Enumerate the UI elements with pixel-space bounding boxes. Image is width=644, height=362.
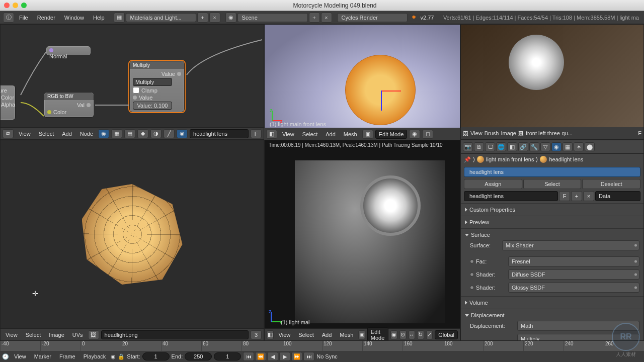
node-material-field[interactable]: headlight lens [190, 129, 249, 138]
tab-world-icon[interactable]: 🌐 [496, 142, 506, 151]
tab-texture-icon[interactable]: ▦ [562, 142, 573, 151]
node-shader-obj-icon[interactable]: ◆ [137, 129, 148, 138]
material-name-field[interactable]: headlight lens [464, 191, 558, 201]
3d-viewport-render[interactable]: Time:00:08.19 | Mem:1460.13M, Peak:1460.… [264, 140, 460, 341]
crumb-material[interactable]: headlight lens [549, 156, 583, 162]
vp1-menu-view[interactable]: View [279, 130, 297, 138]
imgref-menu-brush[interactable]: Brush [485, 130, 499, 136]
timeline[interactable]: -40 -20 0 20 40 60 80 100 120 140 160 18… [0, 341, 644, 362]
node-rgb2bw-val[interactable]: Val [77, 102, 85, 108]
tl-play-rev-icon[interactable]: ◀ [267, 352, 278, 361]
node-rgb2bw-title[interactable]: RGB to BW [44, 93, 94, 100]
tl-jump-end-icon[interactable]: ⏭ [303, 352, 314, 361]
crumb-object[interactable]: light main front lens [486, 156, 534, 162]
timeline-ruler[interactable]: -40 -20 0 20 40 60 80 100 120 140 160 18… [0, 341, 644, 351]
shader2-value[interactable]: Glossy BSDF [508, 283, 639, 293]
disp-extra-value[interactable]: Multiply [517, 334, 639, 341]
tab-physics-icon[interactable]: ⬤ [585, 142, 595, 151]
node-menu-select[interactable]: Select [36, 130, 57, 138]
node-tree-tex-icon[interactable]: ▤ [124, 129, 135, 138]
screen-layout-dropdown[interactable]: Materials and Light... [126, 13, 196, 22]
tab-object-icon[interactable]: ◧ [507, 142, 517, 151]
menu-render[interactable]: Render [33, 13, 59, 22]
vp2-orientation-dropdown[interactable]: Global [435, 330, 458, 339]
uv-image-icon[interactable]: 🖼 [88, 330, 99, 339]
imgref-name-field[interactable]: front left three-qu... [526, 130, 636, 136]
tl-end-field[interactable]: 250 [185, 352, 212, 360]
vp1-limit-icon[interactable]: ◻ [422, 130, 433, 139]
node-mat-sphere-icon[interactable]: ◉ [177, 129, 188, 138]
vp1-mode-icon[interactable]: ▣ [362, 130, 373, 139]
tl-next-key-icon[interactable]: ⏩ [291, 352, 302, 361]
tab-render-icon[interactable]: 📷 [463, 142, 473, 151]
disp-value[interactable]: Math [517, 321, 639, 331]
tl-play-icon[interactable]: ▶ [279, 352, 290, 361]
node-shader-world-icon[interactable]: ◑ [150, 129, 162, 138]
vp2-mode-dropdown[interactable]: Edit Mode [367, 327, 389, 341]
node-rgb2bw-color[interactable]: Color [53, 109, 66, 115]
assign-button[interactable]: Assign [464, 179, 522, 189]
scene-dropdown[interactable]: Scene [237, 13, 308, 22]
material-slot-active[interactable]: headlight lens [464, 167, 640, 177]
uv-image-name[interactable]: headlight.png [101, 330, 249, 339]
tl-menu-playback[interactable]: Playback [80, 352, 109, 360]
uv-unwrap[interactable] [82, 184, 183, 285]
3d-viewport-top[interactable]: User Persp xz (1) light main front lens [264, 24, 460, 140]
shader2-socket-icon[interactable] [470, 286, 474, 290]
tab-constraints-icon[interactable]: 🔗 [518, 142, 528, 151]
shader1-value[interactable]: Diffuse BSDF [508, 269, 639, 280]
tl-menu-view[interactable]: View [11, 352, 29, 360]
zoom-window-icon[interactable] [21, 3, 27, 8]
node-tree-shader-icon[interactable]: ◉ [98, 129, 109, 138]
vp1-shading-icon[interactable]: ◉ [409, 130, 420, 139]
material-link-dropdown[interactable]: Data [595, 191, 640, 201]
tl-current-field[interactable]: 1 [214, 352, 241, 360]
shader1-socket-icon[interactable] [470, 273, 474, 277]
section-preview[interactable]: Preview [465, 218, 639, 226]
screen-layout-icon[interactable]: ▦ [114, 13, 125, 23]
uv-menu-view[interactable]: View [3, 331, 21, 339]
tl-lock-icon[interactable]: 🔒 [118, 353, 125, 360]
node-multiply-clamp-checkbox[interactable] [133, 87, 139, 94]
properties-panel[interactable]: 📷 🗎 🖵 🌐 ◧ 🔗 🔧 ▽ ◉ ▦ ✶ ⬤ 📌 ⟩ light main f… [460, 140, 644, 341]
surface-value[interactable]: Mix Shader [502, 240, 639, 250]
uv-menu-uvs[interactable]: UVs [69, 331, 86, 339]
material-fake-user[interactable]: F [559, 191, 570, 201]
scene-add-icon[interactable]: + [309, 13, 320, 23]
vp1-mode-dropdown[interactable]: Edit Mode [375, 130, 408, 139]
2d-cursor-icon[interactable]: ✛ [31, 289, 40, 298]
tab-scene-icon[interactable]: 🖵 [485, 142, 495, 151]
vp1-menu-select[interactable]: Select [299, 130, 321, 138]
tl-menu-frame[interactable]: Frame [56, 352, 78, 360]
uv-editor[interactable]: ✛ View Select Image UVs 🖼 headlight.png … [0, 140, 264, 341]
render-engine-dropdown[interactable]: Cycles Render [337, 13, 408, 22]
select-button[interactable]: Select [523, 179, 582, 189]
node-out-color[interactable]: Color [1, 95, 14, 101]
node-shader-line-icon[interactable]: ╱ [164, 129, 175, 138]
uv-menu-image[interactable]: Image [46, 331, 67, 339]
node-multiply-value-out[interactable]: Value [162, 71, 175, 77]
tab-renderlayers-icon[interactable]: 🗎 [474, 142, 484, 151]
vp2-menu-add[interactable]: Add [319, 331, 335, 339]
menu-file[interactable]: File [15, 13, 32, 22]
fac-socket-icon[interactable] [470, 259, 474, 263]
node-out-alpha[interactable]: Alpha [1, 102, 15, 108]
editor-type-icon[interactable]: ⓘ [3, 13, 14, 23]
section-displacement[interactable]: Displacement [465, 311, 639, 319]
tab-particles-icon[interactable]: ✶ [574, 142, 584, 151]
node-multiply-mode[interactable]: Multiply [133, 78, 172, 86]
material-unlink-icon[interactable]: × [583, 191, 594, 201]
tab-material-icon[interactable]: ◉ [551, 142, 561, 151]
tl-sync-dropdown[interactable]: No Sync [316, 353, 338, 359]
tl-menu-marker[interactable]: Marker [31, 352, 54, 360]
node-editor[interactable]: ure Color Alpha Normal RGB to BW Val Col… [0, 24, 264, 140]
vp1-menu-add[interactable]: Add [323, 130, 339, 138]
layout-del-icon[interactable]: × [209, 13, 220, 23]
image-editor-type-icon[interactable]: 🖼 [463, 130, 468, 136]
tab-modifiers-icon[interactable]: 🔧 [529, 142, 539, 151]
node-editor-type-icon[interactable]: ⧉ [3, 129, 14, 138]
menu-help[interactable]: Help [89, 13, 109, 22]
tab-data-icon[interactable]: ▽ [540, 142, 550, 151]
section-custom-props[interactable]: Custom Properties [465, 206, 639, 214]
imgref-menu-view[interactable]: View [470, 130, 482, 136]
